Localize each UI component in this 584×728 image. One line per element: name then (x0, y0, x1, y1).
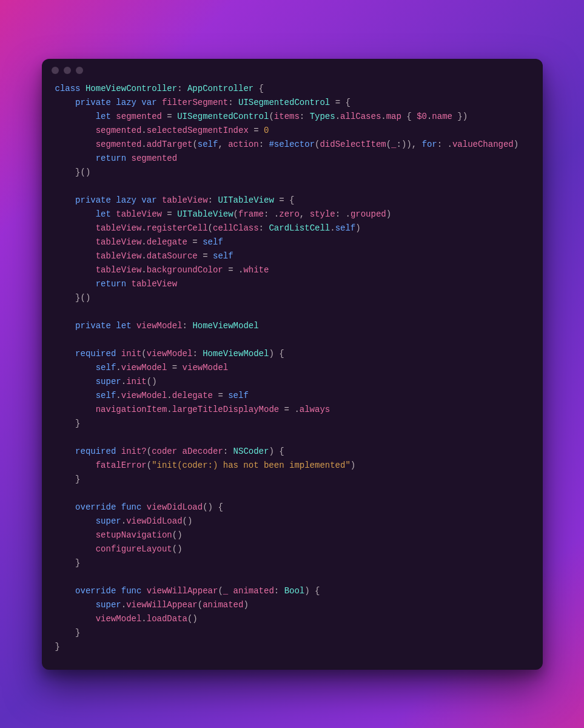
code-window: class HomeViewController: AppController … (42, 59, 543, 670)
code-line: segmented.selectedSegmentIndex = 0 (55, 126, 269, 135)
code-line: } (55, 474, 81, 484)
code-line: tableView.dataSource = self (55, 251, 233, 261)
code-line: class HomeViewController: AppController … (55, 84, 264, 93)
code-line: configureLayout() (55, 544, 183, 554)
code-line: } (55, 642, 60, 652)
code-line: let tableView = UITableView(frame: .zero… (55, 209, 392, 219)
traffic-light-close-icon[interactable] (52, 67, 59, 74)
code-line: self.viewModel.delegate = self (55, 391, 249, 400)
code-line: private lazy var filterSegment: UISegmen… (55, 98, 351, 107)
code-line: private lazy var tableView: UITableView … (55, 195, 295, 205)
code-line: return segmented (55, 153, 178, 163)
code-line: required init?(coder aDecoder: NSCoder) … (55, 447, 284, 456)
code-line: fatalError("init(coder:) has not been im… (55, 460, 356, 470)
code-line: } (55, 558, 81, 568)
code-line: tableView.registerCell(cellClass: CardLi… (55, 223, 361, 233)
code-line: segmented.addTarget(self, action: #selec… (55, 140, 519, 149)
code-line: tableView.delegate = self (55, 237, 223, 247)
traffic-light-zoom-icon[interactable] (76, 67, 83, 74)
code-editor[interactable]: class HomeViewController: AppController … (42, 82, 543, 654)
code-line: super.viewDidLoad() (55, 516, 193, 526)
code-line: }() (55, 293, 91, 303)
window-titlebar (42, 59, 543, 82)
code-line: super.init() (55, 377, 157, 386)
code-line: viewModel.loadData() (55, 614, 198, 624)
code-line: tableView.backgroundColor = .white (55, 265, 269, 275)
traffic-light-minimize-icon[interactable] (64, 67, 71, 74)
code-line: self.viewModel = viewModel (55, 363, 229, 372)
code-line: required init(viewModel: HomeViewModel) … (55, 349, 284, 359)
code-line: private let viewModel: HomeViewModel (55, 321, 259, 331)
code-line: setupNavigation() (55, 530, 183, 540)
code-line: } (55, 419, 81, 428)
code-line: override func viewDidLoad() { (55, 502, 223, 512)
code-line: let segmented = UISegmentedControl(items… (55, 112, 468, 121)
code-line: } (55, 628, 81, 638)
code-line: }() (55, 167, 91, 177)
code-line: override func viewWillAppear(_ animated:… (55, 586, 320, 596)
code-line: return tableView (55, 279, 178, 289)
code-line: navigationItem.largeTitleDisplayMode = .… (55, 405, 331, 414)
code-line: super.viewWillAppear(animated) (55, 600, 249, 610)
